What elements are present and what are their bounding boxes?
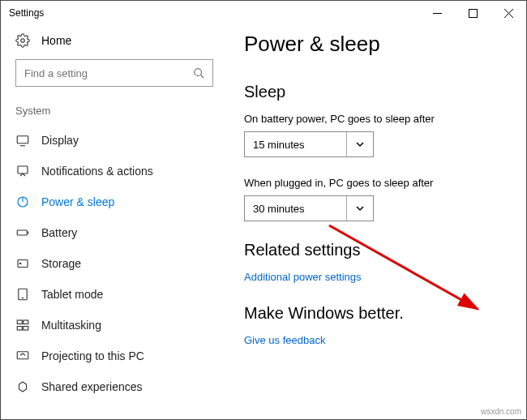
- svg-line-6: [201, 75, 204, 79]
- svg-rect-7: [17, 136, 28, 144]
- svg-point-5: [195, 69, 202, 76]
- sidebar-item-projecting[interactable]: Projecting to this PC: [1, 341, 228, 371]
- sidebar-item-shared-experiences[interactable]: Shared experiences: [1, 371, 228, 402]
- battery-sleep-label: On battery power, PC goes to sleep after: [244, 113, 502, 125]
- watermark: wsxdn.com: [481, 407, 521, 416]
- svg-rect-21: [24, 327, 28, 331]
- feedback-link[interactable]: Give us feedback: [244, 334, 502, 346]
- home-label: Home: [41, 34, 71, 47]
- sidebar-item-multitasking[interactable]: Multitasking: [1, 310, 228, 341]
- section-better: Make Windows better.: [244, 304, 502, 323]
- search-input[interactable]: [24, 67, 193, 79]
- section-sleep: Sleep: [244, 83, 502, 101]
- search-icon: [193, 67, 204, 79]
- plugged-sleep-label: When plugged in, PC goes to sleep after: [244, 177, 502, 189]
- svg-rect-1: [469, 9, 477, 17]
- maximize-icon: [469, 9, 478, 18]
- svg-point-4: [21, 39, 25, 43]
- display-icon: [15, 133, 30, 148]
- svg-rect-18: [17, 320, 22, 324]
- select-value: 15 minutes: [253, 139, 305, 151]
- close-button[interactable]: [491, 1, 526, 25]
- plugged-sleep-select[interactable]: 30 minutes: [244, 195, 374, 221]
- window-title: Settings: [9, 7, 44, 19]
- sidebar-item-label: Tablet mode: [41, 288, 103, 301]
- search-box[interactable]: [15, 59, 213, 87]
- chevron-down-icon: [346, 132, 365, 156]
- battery-sleep-select[interactable]: 15 minutes: [244, 131, 374, 157]
- shared-icon: [15, 379, 30, 394]
- power-icon: [15, 195, 30, 209]
- multitasking-icon: [15, 318, 30, 332]
- svg-rect-20: [17, 327, 22, 331]
- section-related: Related settings: [244, 241, 502, 259]
- sidebar-item-label: Notifications & actions: [41, 165, 153, 178]
- additional-power-settings-link[interactable]: Additional power settings: [244, 271, 502, 283]
- maximize-button[interactable]: [455, 1, 491, 25]
- sidebar-item-notifications[interactable]: Notifications & actions: [1, 156, 228, 186]
- home-button[interactable]: Home: [1, 28, 228, 59]
- sidebar-item-power-sleep[interactable]: Power & sleep: [1, 186, 228, 217]
- sidebar-item-label: Display: [41, 134, 79, 147]
- chevron-down-icon: [346, 196, 365, 221]
- page-title: Power & sleep: [244, 32, 502, 57]
- svg-rect-9: [18, 166, 28, 174]
- group-label-system: System: [1, 101, 228, 125]
- minimize-icon: [433, 9, 442, 18]
- storage-icon: [15, 256, 30, 271]
- content-pane: Power & sleep Sleep On battery power, PC…: [228, 25, 526, 419]
- tablet-icon: [15, 287, 30, 302]
- sidebar-item-battery[interactable]: Battery: [1, 217, 228, 248]
- sidebar-item-label: Shared experiences: [41, 380, 143, 393]
- notifications-icon: [15, 164, 30, 178]
- gear-icon: [15, 33, 30, 48]
- sidebar-item-display[interactable]: Display: [1, 125, 228, 156]
- svg-rect-22: [17, 352, 28, 359]
- window-buttons: [419, 1, 526, 25]
- sidebar-item-tablet-mode[interactable]: Tablet mode: [1, 279, 228, 310]
- sidebar: Home System Display Notifications & acti…: [1, 25, 228, 419]
- svg-rect-12: [17, 230, 27, 235]
- sidebar-item-label: Multitasking: [41, 319, 101, 332]
- settings-window: Settings Home System Display: [0, 0, 527, 420]
- sidebar-item-label: Storage: [41, 257, 81, 270]
- battery-icon: [15, 225, 30, 240]
- close-icon: [504, 9, 513, 18]
- sidebar-item-storage[interactable]: Storage: [1, 248, 228, 279]
- sidebar-item-label: Battery: [41, 226, 77, 239]
- minimize-button[interactable]: [419, 1, 455, 25]
- select-value: 30 minutes: [253, 203, 305, 215]
- projecting-icon: [15, 349, 30, 363]
- svg-point-15: [19, 263, 21, 264]
- sidebar-item-label: Projecting to this PC: [41, 349, 144, 362]
- titlebar: Settings: [1, 1, 526, 25]
- svg-rect-19: [24, 320, 28, 324]
- sidebar-item-label: Power & sleep: [41, 195, 114, 208]
